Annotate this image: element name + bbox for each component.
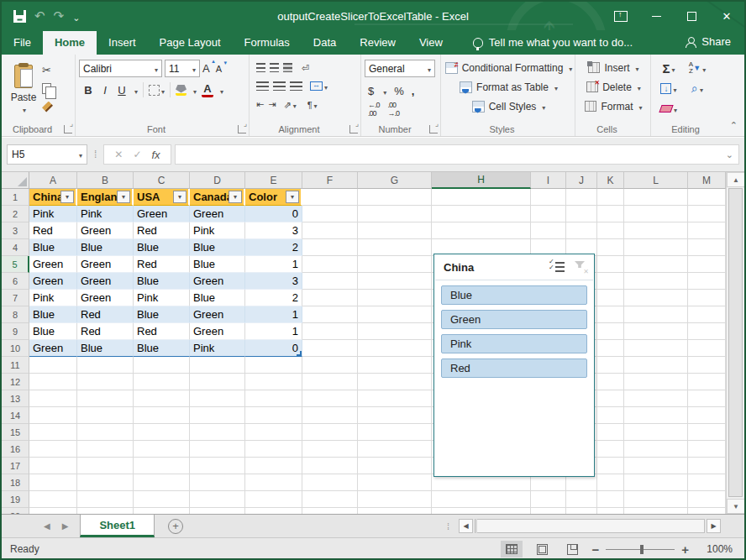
cell-L13[interactable]: [624, 390, 688, 407]
row-header-2[interactable]: 2: [2, 206, 29, 222]
cell-A18[interactable]: [29, 474, 77, 491]
format-painter-icon[interactable]: [42, 100, 56, 113]
cell-D3[interactable]: Pink: [190, 222, 245, 239]
bold-button[interactable]: B: [82, 84, 94, 97]
cell-F5[interactable]: [302, 256, 358, 273]
cell-M7[interactable]: [688, 290, 726, 306]
cell-J1[interactable]: [566, 189, 597, 206]
percent-style-icon[interactable]: %: [394, 85, 404, 97]
filter-dropdown-icon[interactable]: [173, 191, 186, 203]
cell-B2[interactable]: Pink: [77, 206, 134, 222]
view-normal-icon[interactable]: [501, 541, 523, 557]
column-header-A[interactable]: A: [29, 172, 77, 189]
autosum-button[interactable]: Σ: [654, 61, 683, 76]
cell-A12[interactable]: [29, 374, 77, 390]
row-header-11[interactable]: 11: [2, 357, 29, 374]
cell-L2[interactable]: [624, 206, 688, 222]
cell-F16[interactable]: [302, 441, 358, 458]
italic-button[interactable]: I: [99, 84, 111, 97]
cell-D1[interactable]: Canada: [190, 189, 245, 206]
cell-B5[interactable]: Green: [77, 256, 134, 273]
number-dialog-launcher-icon[interactable]: [429, 125, 438, 133]
scroll-down-icon[interactable]: ▼: [727, 499, 745, 514]
cell-E16[interactable]: [245, 441, 302, 458]
table-resize-handle[interactable]: [297, 351, 302, 356]
slicer-item-green[interactable]: Green: [441, 310, 587, 329]
cell-M1[interactable]: [688, 189, 726, 206]
cell-F4[interactable]: [302, 239, 358, 256]
cell-H18[interactable]: [432, 474, 531, 491]
borders-icon[interactable]: [149, 84, 165, 97]
cell-C2[interactable]: Green: [134, 206, 190, 222]
cell-A16[interactable]: [29, 441, 77, 458]
scrollbar-resize-handle[interactable]: ⁞: [447, 521, 450, 531]
increase-font-size-icon[interactable]: A: [202, 62, 213, 75]
cancel-icon[interactable]: ✕: [114, 149, 123, 160]
vertical-scrollbar[interactable]: ▲ ▼: [726, 172, 744, 514]
cell-I19[interactable]: [531, 491, 566, 508]
cell-H2[interactable]: [432, 206, 531, 222]
align-middle-icon[interactable]: [270, 63, 279, 72]
row-header-18[interactable]: 18: [2, 474, 29, 491]
cell-D10[interactable]: Pink: [190, 340, 245, 357]
tab-view[interactable]: View: [407, 31, 454, 55]
cell-G13[interactable]: [358, 390, 432, 407]
cell-B20[interactable]: [77, 508, 134, 514]
scroll-right-icon[interactable]: ▶: [707, 519, 721, 533]
font-color-dropdown-icon[interactable]: [218, 84, 223, 97]
cell-D18[interactable]: [190, 474, 245, 491]
underline-dropdown-icon[interactable]: [133, 84, 138, 97]
row-header-9[interactable]: 9: [2, 323, 29, 340]
cell-E5[interactable]: 1: [245, 256, 302, 273]
align-right-icon[interactable]: [290, 81, 302, 91]
cell-G8[interactable]: [358, 306, 432, 323]
cell-E9[interactable]: 1: [245, 323, 302, 340]
save-icon[interactable]: [13, 10, 26, 23]
cell-A2[interactable]: Pink: [29, 206, 77, 222]
cell-H1[interactable]: [432, 189, 531, 206]
cell-D11[interactable]: [190, 357, 245, 374]
cell-A7[interactable]: Pink: [29, 290, 77, 306]
cell-G19[interactable]: [358, 491, 432, 508]
insert-cells-button[interactable]: Insert: [579, 58, 647, 77]
cell-I1[interactable]: [531, 189, 566, 206]
cell-B17[interactable]: [77, 458, 134, 474]
cell-L9[interactable]: [624, 323, 688, 340]
cell-E11[interactable]: [245, 357, 302, 374]
cell-F19[interactable]: [302, 491, 358, 508]
cell-A15[interactable]: [29, 424, 77, 441]
merge-center-icon[interactable]: [310, 80, 328, 92]
clipboard-dialog-launcher-icon[interactable]: [64, 125, 72, 133]
view-page-layout-icon[interactable]: [531, 541, 553, 557]
customize-quick-access-icon[interactable]: [72, 9, 80, 24]
cell-F6[interactable]: [302, 273, 358, 290]
cell-L17[interactable]: [624, 458, 688, 474]
cell-D15[interactable]: [190, 424, 245, 441]
cell-G11[interactable]: [358, 357, 432, 374]
cell-K4[interactable]: [597, 239, 624, 256]
cell-B7[interactable]: Green: [77, 290, 134, 306]
horizontal-scrollbar[interactable]: ⁞ ◀ ▶: [447, 515, 744, 537]
delete-cells-button[interactable]: Delete: [579, 77, 647, 97]
align-center-icon[interactable]: [273, 81, 286, 91]
cell-F8[interactable]: [302, 306, 358, 323]
slicer-item-pink[interactable]: Pink: [441, 334, 587, 353]
tab-page-layout[interactable]: Page Layout: [148, 31, 233, 55]
cell-L12[interactable]: [624, 374, 688, 390]
increase-indent-icon[interactable]: [268, 99, 276, 110]
cell-A3[interactable]: Red: [29, 222, 77, 239]
cell-K9[interactable]: [597, 323, 624, 340]
scroll-left-icon[interactable]: ◀: [459, 519, 473, 533]
redo-icon[interactable]: [54, 8, 65, 24]
cell-D4[interactable]: Blue: [190, 239, 245, 256]
cell-K11[interactable]: [597, 357, 624, 374]
slicer-item-red[interactable]: Red: [441, 359, 587, 378]
cell-L4[interactable]: [624, 239, 688, 256]
cell-K3[interactable]: [597, 222, 624, 239]
zoom-out-icon[interactable]: −: [591, 542, 599, 557]
horizontal-scroll-track[interactable]: [475, 519, 705, 533]
share-button[interactable]: Share: [672, 30, 744, 55]
cell-F2[interactable]: [302, 206, 358, 222]
cell-L6[interactable]: [624, 273, 688, 290]
cell-E20[interactable]: [245, 508, 302, 514]
